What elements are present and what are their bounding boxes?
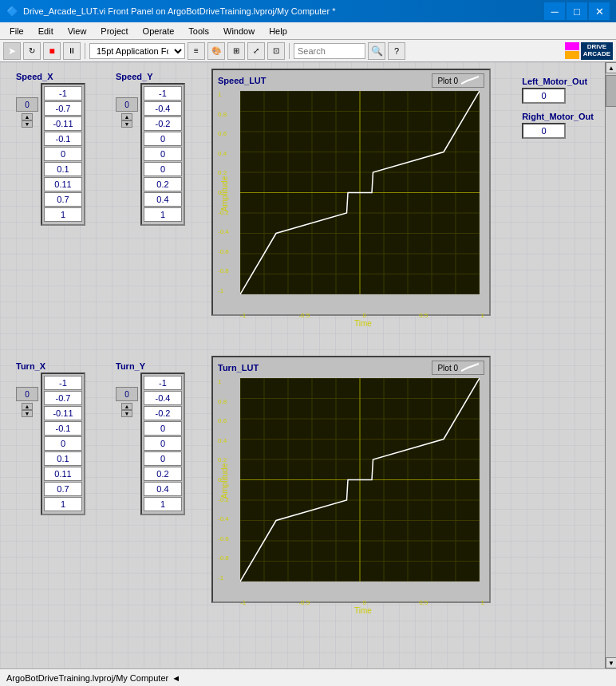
step-up[interactable]: ▲ xyxy=(121,113,132,120)
speed-y-val-1: -0.4 xyxy=(144,101,182,116)
y-label-08: 0.8 xyxy=(218,111,229,118)
speed-x-val-4: 0 xyxy=(44,147,82,161)
ty-label-n06: -0.6 xyxy=(218,535,229,542)
abort-button[interactable]: ■ xyxy=(43,42,61,60)
speed-x-axis-title: Time xyxy=(240,319,486,328)
arrange-button[interactable]: ⊞ xyxy=(227,42,245,60)
plot0-icon xyxy=(461,76,479,85)
text-align-button[interactable]: ≡ xyxy=(188,42,205,60)
turn-x-val-2: -0.11 xyxy=(44,406,82,420)
speed-x-stepper[interactable]: ▲ ▼ xyxy=(22,113,33,128)
menu-project[interactable]: Project xyxy=(94,25,134,37)
turn-x-axis-title: Time xyxy=(240,606,486,615)
resize-button[interactable]: ⤢ xyxy=(247,42,265,60)
tx-label-n05: -0.5 xyxy=(298,599,310,606)
turn-lut-plot: Turn_LUT Plot 0 1 0.8 0.6 0.4 0.2 0 -0.2… xyxy=(211,356,491,603)
menu-help[interactable]: Help xyxy=(263,25,294,37)
turn-y-label: Turn_Y xyxy=(116,361,185,371)
turn-y-index: 0 xyxy=(116,387,138,401)
help-button[interactable]: ? xyxy=(388,42,405,60)
speed-x-label: Speed_X xyxy=(16,72,85,81)
speed-y-val-8: 1 xyxy=(144,207,182,222)
speed-y-val-6: 0.2 xyxy=(144,177,182,191)
menu-edit[interactable]: Edit xyxy=(32,25,60,37)
x-label-0: 0 xyxy=(362,312,365,319)
color-button[interactable]: 🎨 xyxy=(207,42,225,60)
run-continuously-button[interactable]: ↻ xyxy=(23,42,41,60)
minimize-button[interactable]: ─ xyxy=(544,2,565,20)
speed-y-val-7: 0.4 xyxy=(144,192,182,207)
maximize-button[interactable]: □ xyxy=(567,2,587,20)
turn-plot0-icon xyxy=(461,363,479,373)
font-select[interactable]: 15pt Application Font xyxy=(89,43,185,59)
x-label-05: 0.5 xyxy=(419,312,428,319)
turn-plot0-label: Plot 0 xyxy=(437,364,458,373)
speed-y-val-2: -0.2 xyxy=(144,116,182,131)
turn-y-val-7: 0.4 xyxy=(144,482,182,496)
menu-operate[interactable]: Operate xyxy=(136,25,181,37)
speed-y-val-3: 0 xyxy=(144,132,182,146)
scroll-up-button[interactable]: ▲ xyxy=(606,62,616,73)
turn-y-val-8: 1 xyxy=(144,497,182,511)
statusbar: ArgoBotDriveTraining.lvproj/My Computer … xyxy=(0,668,616,686)
turn-plot-header: Turn_LUT Plot 0 xyxy=(216,361,486,375)
step-down[interactable]: ▼ xyxy=(22,410,33,417)
tx-label-n1: -1 xyxy=(240,599,246,606)
y-label-1: 1 xyxy=(218,91,229,98)
step-up[interactable]: ▲ xyxy=(22,403,33,410)
speed-y-val-5: 0 xyxy=(144,162,182,176)
speed-x-index: 0 xyxy=(16,97,38,112)
search-button[interactable]: 🔍 xyxy=(368,42,385,60)
turn-y-val-2: -0.2 xyxy=(144,406,182,420)
snap-button[interactable]: ⊡ xyxy=(267,42,285,60)
speed-y-section: Speed_Y 0 ▲ ▼ -1 -0.4 -0.2 0 0 0 0.2 0.4… xyxy=(116,72,185,226)
turn-x-val-3: -0.1 xyxy=(44,421,82,436)
menu-tools[interactable]: Tools xyxy=(182,25,215,37)
turn-y-stepper[interactable]: ▲ ▼ xyxy=(121,403,132,417)
step-up[interactable]: ▲ xyxy=(22,113,33,120)
main-panel: Speed_X 0 ▲ ▼ -1 -0.7 -0.11 -0.1 0 0.1 0… xyxy=(0,62,616,668)
step-down[interactable]: ▼ xyxy=(22,120,33,128)
turn-x-val-4: 0 xyxy=(44,436,82,451)
speed-y-label: Speed_Y xyxy=(116,72,185,81)
speed-x-array: -1 -0.7 -0.11 -0.1 0 0.1 0.11 0.7 1 xyxy=(41,83,85,226)
turn-x-array: -1 -0.7 -0.11 -0.1 0 0.1 0.11 0.7 1 xyxy=(41,373,85,515)
turn-x-section: Turn_X 0 ▲ ▼ -1 -0.7 -0.11 -0.1 0 0.1 0.… xyxy=(16,361,85,515)
search-input[interactable] xyxy=(294,43,365,59)
titlebar-title: Drive_Arcade_LUT.vi Front Panel on ArgoB… xyxy=(23,6,335,16)
pause-button[interactable]: ⏸ xyxy=(63,42,81,60)
plot0-label: Plot 0 xyxy=(437,77,458,85)
turn-y-val-5: 0 xyxy=(144,451,182,466)
statusbar-arrow: ◄ xyxy=(172,673,180,683)
menu-view[interactable]: View xyxy=(61,25,93,37)
step-up[interactable]: ▲ xyxy=(121,403,132,410)
turn-x-val-8: 1 xyxy=(44,497,82,511)
menu-file[interactable]: File xyxy=(3,25,30,37)
step-down[interactable]: ▼ xyxy=(121,410,132,417)
speed-x-val-8: 1 xyxy=(44,207,82,222)
titlebar: 🔷 Drive_Arcade_LUT.vi Front Panel on Arg… xyxy=(0,0,616,22)
menu-window[interactable]: Window xyxy=(217,25,261,37)
turn-x-val-1: -0.7 xyxy=(44,391,82,405)
step-down[interactable]: ▼ xyxy=(121,120,132,128)
plot-header: Speed_LUT Plot 0 xyxy=(216,73,486,88)
speed-x-val-0: -1 xyxy=(44,86,82,101)
run-arrow-button[interactable]: ➤ xyxy=(3,42,21,60)
scroll-thumb[interactable] xyxy=(606,75,616,107)
ty-label-n04: -0.4 xyxy=(218,515,229,522)
scrollbar[interactable]: ▲ ▼ xyxy=(605,62,616,668)
close-button[interactable]: ✕ xyxy=(589,2,610,20)
speed-lut-canvas xyxy=(240,91,480,294)
turn-x-label: Turn_X xyxy=(16,361,85,371)
turn-x-val-6: 0.11 xyxy=(44,467,82,481)
y-label-n06: -0.6 xyxy=(218,248,229,255)
speed-x-val-1: -0.7 xyxy=(44,101,82,116)
turn-y-axis-title: Amplitude xyxy=(220,463,229,498)
logo-area: DRIVE ARCADE xyxy=(565,42,613,60)
speed-y-stepper[interactable]: ▲ ▼ xyxy=(121,113,132,128)
speed-x-val-5: 0.1 xyxy=(44,162,82,176)
menubar: File Edit View Project Operate Tools Win… xyxy=(0,22,616,40)
turn-x-stepper[interactable]: ▲ ▼ xyxy=(22,403,33,417)
scroll-down-button[interactable]: ▼ xyxy=(606,657,616,668)
left-motor-value: 0 xyxy=(522,88,566,104)
